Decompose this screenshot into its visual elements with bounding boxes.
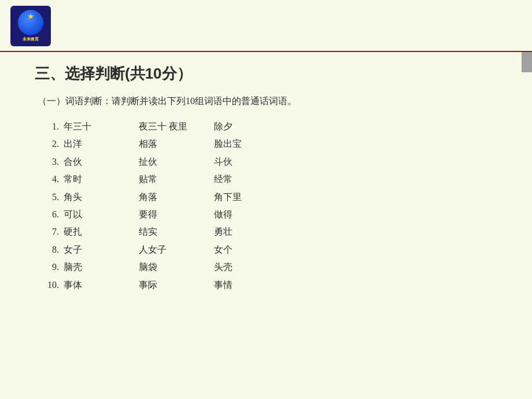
list-item: 5. 角头 角落 角下里 (40, 189, 497, 206)
list-item: 2. 出洋 相落 脸出宝 (40, 135, 497, 153)
logo: ★ 未来教育 (10, 6, 51, 46)
section-subtitle: （一）词语判断：请判断并读出下列10组词语中的普通话词语。 (35, 95, 497, 108)
word-list: 1. 年三十 夜三十 夜里 除夕 2. 出洋 相落 脸出宝 3. 合伙 (35, 118, 497, 294)
page: ★ 未来教育 三、选择判断(共10分） （一）词语判断：请判断并读出下列10组词… (0, 0, 532, 399)
list-item: 4. 常时 贴常 经常 (40, 171, 497, 188)
list-item: 3. 合伙 扯伙 斗伙 (40, 153, 497, 171)
logo-star-icon: ★ (27, 12, 35, 21)
list-item: 7. 硬扎 结实 勇壮 (40, 223, 497, 241)
main-content: 三、选择判断(共10分） （一）词语判断：请判断并读出下列10组词语中的普通话词… (0, 58, 532, 399)
logo-brand-text: 未来教育 (23, 36, 39, 42)
list-item: 6. 可以 要得 做得 (40, 206, 497, 223)
list-item: 8. 女子 人女子 女个 (40, 241, 497, 258)
list-item: 1. 年三十 夜三十 夜里 除夕 (40, 118, 497, 135)
list-item: 9. 脑壳 脑袋 头壳 (40, 258, 497, 276)
list-item: 10. 事体 事际 事情 (40, 276, 497, 294)
section-title: 三、选择判断(共10分） (35, 64, 497, 84)
top-bar: ★ 未来教育 (0, 0, 532, 52)
